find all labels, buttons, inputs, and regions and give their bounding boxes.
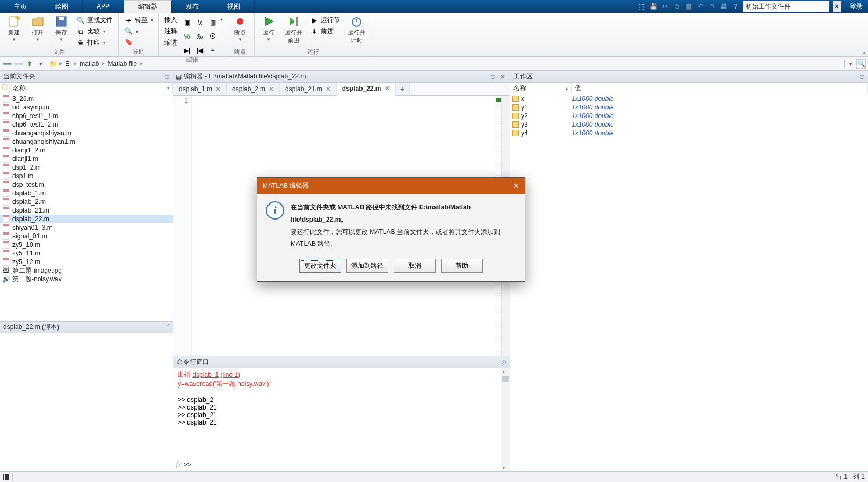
crumb-0[interactable]: E: [64, 60, 72, 68]
error-link-line[interactable]: (line 1) [220, 371, 240, 378]
cmd-menu-icon[interactable]: ⊙ [501, 359, 507, 366]
change-folder-button[interactable]: 更改文件夹 [299, 259, 341, 273]
crumb-1[interactable]: matlab [78, 60, 100, 68]
file-row[interactable]: dsplab_22.m [0, 215, 173, 223]
editor-tab[interactable]: dsplab_1.m✕ [173, 83, 227, 95]
menu-tab-2[interactable]: APP [83, 0, 124, 13]
file-row[interactable]: dsp_test.m [0, 180, 173, 189]
menu-tab-3[interactable]: 编辑器 [124, 0, 172, 13]
indent-more-icon[interactable]: ▶| [182, 45, 192, 56]
menu-tab-1[interactable]: 绘图 [41, 0, 83, 13]
clear-search-icon[interactable]: ✕ [833, 1, 841, 12]
file-row[interactable]: zy5_11.m [0, 249, 173, 258]
file-row[interactable]: bd_asymp.m [0, 103, 173, 112]
run-section-button[interactable]: ▶运行节 [308, 15, 342, 25]
insert-fx-icon[interactable]: fx [194, 17, 205, 28]
cancel-button[interactable]: 取消 [394, 259, 436, 273]
panel-menu-icon[interactable]: ⊙ [164, 73, 170, 81]
run-advance-button[interactable]: 运行并 前进 [281, 14, 306, 46]
file-row[interactable]: 🖼第二题-image.jpg [0, 266, 173, 275]
help-icon[interactable]: ? [732, 2, 740, 11]
comment-icon[interactable]: % [182, 31, 192, 42]
file-row[interactable]: chuanganqishiyan1.m [0, 137, 173, 146]
add-to-path-button[interactable]: 添加到路径 [346, 259, 388, 273]
tab-close-icon[interactable]: ✕ [269, 85, 274, 93]
insert-var-icon[interactable]: ▥ [207, 17, 218, 28]
breakpoint-button[interactable]: 断点▼ [229, 14, 251, 43]
login-button[interactable]: 登录 [844, 0, 868, 13]
workspace-row[interactable]: x1x1000 double [510, 94, 868, 103]
ws-col-name[interactable]: 名称 [513, 84, 526, 93]
tab-close-icon[interactable]: ✕ [385, 85, 390, 92]
workspace-row[interactable]: y31x1000 double [510, 120, 868, 129]
error-link-file[interactable]: dsplab_1 [192, 371, 219, 378]
tab-close-icon[interactable]: ✕ [215, 85, 221, 93]
open-button[interactable]: 打开▼ [27, 14, 48, 43]
ws-col-value[interactable]: 值 [575, 84, 581, 93]
indent-less-icon[interactable]: |◀ [194, 45, 205, 56]
editor-close-icon[interactable]: ✕ [498, 73, 508, 81]
file-row[interactable]: dianji1.m [0, 155, 173, 163]
save-button[interactable]: 保存▼ [50, 14, 72, 43]
tab-close-icon[interactable]: ✕ [326, 85, 331, 93]
run-time-button[interactable]: 运行并 计时 [344, 14, 368, 46]
file-row[interactable]: chp6_test1_2.m [0, 120, 173, 129]
paste-icon[interactable]: 📋 [684, 2, 693, 11]
file-row[interactable]: chp6_test1_1.m [0, 112, 173, 120]
insert-section-icon[interactable]: ▣ [182, 17, 192, 28]
file-row[interactable]: shiyan01_3.m [0, 223, 173, 232]
crumb-dropdown-icon[interactable]: ▾ [844, 59, 854, 69]
workspace-row[interactable]: y21x1000 double [510, 112, 868, 120]
add-tab-button[interactable]: + [396, 83, 410, 95]
file-row[interactable]: zy5_12.m [0, 258, 173, 266]
undo-icon[interactable]: ↶ [696, 2, 705, 11]
dialog-close-icon[interactable]: ✕ [513, 181, 519, 190]
goto-button[interactable]: ➜转至 [122, 15, 155, 25]
col-name-header[interactable]: 名称 [13, 84, 26, 93]
search-folder-icon[interactable]: 🔍 [856, 59, 866, 69]
print-icon[interactable]: 🖶 [720, 2, 728, 11]
history-icon[interactable]: ▾ [36, 59, 46, 69]
smart-indent-icon[interactable]: ≡ [207, 45, 218, 56]
run-button[interactable]: 运行▼ [258, 14, 279, 43]
menu-tab-0[interactable]: 主页 [0, 0, 41, 13]
menu-tab-5[interactable]: 视图 [213, 0, 255, 13]
file-row[interactable]: dsplab_21.m [0, 206, 173, 215]
crumb-2[interactable]: Matlab file [106, 60, 138, 68]
new-button[interactable]: ✚ 新建▼ [3, 14, 25, 43]
file-row[interactable]: chuanganqishiyan.m [0, 129, 173, 137]
file-row[interactable]: dsp1.m [0, 172, 173, 180]
advance-button[interactable]: ⬇前进 [308, 26, 342, 36]
file-row[interactable]: zy5_10.m [0, 240, 173, 249]
uncomment-icon[interactable]: ‰ [194, 31, 205, 42]
print-button[interactable]: 🖶打印 [74, 38, 115, 48]
file-row[interactable]: dsp1_2.m [0, 163, 173, 172]
editor-tab[interactable]: dsplab_22.m✕ [337, 83, 396, 96]
file-row[interactable]: dsplab_1.m [0, 189, 173, 198]
redo-icon[interactable]: ↷ [708, 2, 717, 11]
back-icon[interactable]: ⟸ [2, 59, 12, 69]
workspace-row[interactable]: y11x1000 double [510, 103, 868, 112]
detail-collapse-icon[interactable]: ˄ [167, 324, 170, 331]
file-row[interactable]: dsplab_2.m [0, 198, 173, 206]
file-row[interactable]: 3_26.m [0, 94, 173, 103]
workspace-list[interactable]: x1x1000 doubley11x1000 doubley21x1000 do… [510, 94, 868, 471]
workspace-menu-icon[interactable]: ⊙ [859, 73, 865, 81]
bookmark-button[interactable]: 🔖 [122, 37, 155, 47]
file-row[interactable]: dianji1_2.m [0, 146, 173, 155]
cut-icon[interactable]: ✂ [661, 2, 669, 11]
command-window-body[interactable]: 出错 dsplab_1 (line 1) y=waveread('第一题-noi… [173, 368, 510, 471]
import-icon[interactable]: ⬚ [637, 2, 646, 11]
up-icon[interactable]: ⬆ [25, 59, 34, 69]
cmd-scrollbar[interactable]: ▴▾ [501, 368, 510, 471]
ribbon-collapse-icon[interactable]: ▲ [862, 49, 867, 55]
menu-tab-4[interactable]: 发布 [172, 0, 213, 13]
find-button[interactable]: 🔍 [122, 26, 155, 36]
findfiles-button[interactable]: 🔍查找文件 [74, 15, 115, 25]
editor-menu-icon[interactable]: ⊙ [490, 73, 496, 81]
compare-button[interactable]: ⧉比较 [74, 26, 115, 36]
forward-icon[interactable]: ⟹ [13, 59, 23, 69]
help-button[interactable]: 帮助 [441, 259, 483, 273]
editor-tab[interactable]: dsplab_21.m✕ [280, 83, 337, 95]
file-row[interactable]: signal_01.m [0, 232, 173, 240]
